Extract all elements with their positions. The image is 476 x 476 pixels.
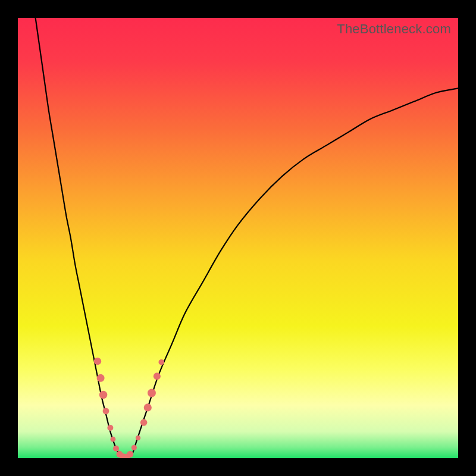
curve-svg: [18, 18, 458, 458]
data-marker: [154, 372, 161, 380]
data-marker: [144, 403, 152, 411]
data-marker: [110, 437, 115, 442]
data-marker: [158, 359, 164, 365]
data-marker: [94, 358, 101, 365]
data-marker: [140, 419, 148, 426]
data-marker: [103, 408, 109, 414]
data-marker: [148, 389, 156, 397]
chart-frame: TheBottleneck.com: [0, 0, 476, 476]
bottleneck-curve: [36, 18, 458, 458]
watermark-text: TheBottleneck.com: [337, 21, 451, 37]
data-marker: [107, 425, 113, 431]
plot-area: TheBottleneck.com: [18, 18, 458, 458]
data-marker: [113, 446, 119, 452]
data-marker: [131, 445, 137, 450]
data-marker: [99, 391, 108, 399]
data-marker: [97, 374, 105, 382]
data-marker: [127, 451, 133, 458]
data-marker: [136, 436, 140, 440]
